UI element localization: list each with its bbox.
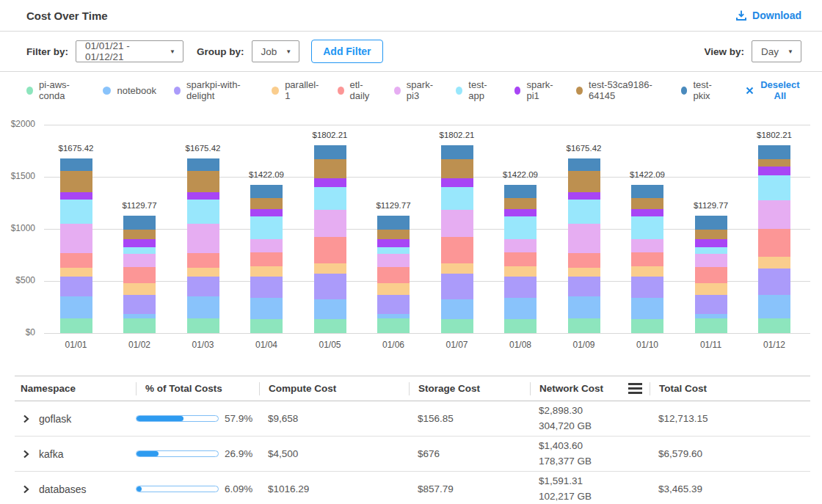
bar-segment-pi-aws-conda[interactable] — [250, 319, 283, 333]
bar-segment-sparkpi-with-delight[interactable] — [123, 295, 156, 314]
bar-segment-spark-pi1[interactable] — [123, 239, 156, 247]
bar-segment-etl-daily[interactable] — [631, 252, 663, 266]
bar-segment-spark-pi1[interactable] — [314, 178, 346, 187]
bar-segment-sparkpi-with-delight[interactable] — [758, 269, 790, 295]
bar-segment-sparkpi-with-delight[interactable] — [441, 274, 473, 299]
bar-segment-spark-pi1[interactable] — [758, 167, 790, 175]
download-button[interactable]: Download — [735, 10, 801, 21]
bar-segment-test-53ca9186-64145[interactable] — [568, 171, 600, 192]
legend-item[interactable]: etl-daily — [338, 79, 377, 101]
bar-segment-test-53ca9186-64145[interactable] — [60, 171, 92, 192]
bar-segment-parallel-1[interactable] — [187, 268, 219, 277]
expand-chevron-icon[interactable] — [22, 414, 30, 423]
view-by-dropdown[interactable]: Day ▼ — [752, 40, 801, 62]
bar-segment-sparkpi-with-delight[interactable] — [695, 295, 727, 314]
bar-segment-pi-aws-conda[interactable] — [441, 319, 473, 333]
bar-segment-notebook[interactable] — [758, 295, 790, 318]
bar-segment-sparkpi-with-delight[interactable] — [568, 277, 600, 296]
bar-segment-spark-pi1[interactable] — [60, 192, 92, 200]
bar-segment-notebook[interactable] — [250, 298, 283, 319]
bar-segment-spark-pi1[interactable] — [631, 209, 663, 216]
bar-segment-sparkpi-with-delight[interactable] — [504, 277, 537, 298]
bar-segment-notebook[interactable] — [377, 314, 410, 318]
bar-segment-sparkpi-with-delight[interactable] — [250, 277, 283, 298]
bar-segment-test-pkix[interactable] — [695, 216, 727, 230]
column-menu-icon[interactable] — [628, 383, 642, 394]
bar-segment-pi-aws-conda[interactable] — [758, 318, 790, 333]
bar-segment-test-app[interactable] — [377, 247, 410, 254]
deselect-all-button[interactable]: Deselect All — [746, 79, 801, 101]
bar-segment-test-pkix[interactable] — [314, 145, 346, 159]
bar-segment-spark-pi3[interactable] — [441, 210, 473, 237]
bar-segment-notebook[interactable] — [441, 299, 473, 320]
bar-segment-sparkpi-with-delight[interactable] — [314, 274, 346, 299]
bar-segment-test-pkix[interactable] — [250, 185, 283, 198]
group-by-dropdown[interactable]: Job ▼ — [252, 40, 300, 62]
bar-segment-spark-pi1[interactable] — [377, 239, 410, 247]
bar-segment-parallel-1[interactable] — [504, 266, 537, 277]
add-filter-button[interactable]: Add Filter — [311, 40, 382, 63]
bar-segment-parallel-1[interactable] — [250, 266, 283, 277]
bar-segment-test-app[interactable] — [123, 247, 156, 254]
bar-segment-sparkpi-with-delight[interactable] — [60, 277, 92, 296]
column-header-namespace[interactable]: Namespace — [15, 382, 136, 395]
bar-segment-test-pkix[interactable] — [758, 145, 790, 159]
bar-segment-spark-pi1[interactable] — [504, 209, 537, 216]
bar-segment-etl-daily[interactable] — [568, 253, 600, 268]
bar-segment-spark-pi3[interactable] — [123, 254, 156, 267]
bar-segment-etl-daily[interactable] — [123, 267, 156, 283]
date-range-dropdown[interactable]: 01/01/21 - 01/12/21 ▼ — [76, 40, 183, 62]
bar-segment-test-pkix[interactable] — [568, 158, 600, 171]
column-header-network-cost[interactable]: Network Cost — [530, 382, 650, 395]
bar-segment-spark-pi3[interactable] — [314, 210, 346, 237]
bar-segment-parallel-1[interactable] — [631, 266, 663, 277]
bar-segment-etl-daily[interactable] — [377, 267, 410, 283]
legend-item[interactable]: test-53ca9186-64145 — [576, 79, 663, 101]
bar-segment-parallel-1[interactable] — [314, 263, 346, 273]
bar-segment-test-app[interactable] — [250, 216, 283, 239]
bar-segment-spark-pi3[interactable] — [187, 224, 219, 253]
bar-segment-spark-pi3[interactable] — [568, 224, 600, 253]
legend-item[interactable]: notebook — [103, 85, 156, 96]
bar-segment-test-53ca9186-64145[interactable] — [314, 159, 346, 178]
bar-segment-test-app[interactable] — [504, 216, 537, 239]
bar-segment-etl-daily[interactable] — [314, 237, 346, 264]
bar-segment-spark-pi3[interactable] — [695, 254, 727, 267]
bar-segment-test-pkix[interactable] — [504, 185, 537, 198]
bar-segment-spark-pi1[interactable] — [568, 192, 600, 200]
bar-segment-parallel-1[interactable] — [60, 268, 92, 277]
bar-segment-test-53ca9186-64145[interactable] — [250, 198, 283, 209]
bar-segment-notebook[interactable] — [631, 298, 663, 319]
bar-segment-test-pkix[interactable] — [631, 185, 663, 198]
bar-segment-etl-daily[interactable] — [695, 267, 727, 283]
bar-segment-etl-daily[interactable] — [250, 252, 283, 266]
bar-segment-test-53ca9186-64145[interactable] — [695, 230, 727, 239]
bar-segment-etl-daily[interactable] — [60, 253, 92, 268]
bar-segment-pi-aws-conda[interactable] — [631, 319, 663, 333]
legend-item[interactable]: spark-pi1 — [514, 79, 559, 101]
bar-segment-notebook[interactable] — [60, 296, 92, 319]
bar-segment-pi-aws-conda[interactable] — [568, 318, 600, 333]
bar-segment-parallel-1[interactable] — [568, 268, 600, 277]
bar-segment-test-app[interactable] — [758, 175, 790, 200]
bar-segment-spark-pi1[interactable] — [187, 192, 219, 200]
bar-segment-notebook[interactable] — [695, 314, 727, 318]
bar-segment-notebook[interactable] — [123, 314, 156, 318]
bar-segment-spark-pi3[interactable] — [758, 200, 790, 229]
bar-segment-test-pkix[interactable] — [60, 158, 92, 171]
bar-segment-pi-aws-conda[interactable] — [314, 319, 346, 333]
legend-item[interactable]: sparkpi-with-delight — [174, 79, 254, 101]
expand-chevron-icon[interactable] — [22, 485, 30, 494]
bar-segment-etl-daily[interactable] — [441, 237, 473, 264]
bar-segment-notebook[interactable] — [504, 298, 537, 319]
bar-segment-etl-daily[interactable] — [758, 229, 790, 257]
legend-item[interactable]: parallel-1 — [272, 79, 319, 101]
bar-segment-sparkpi-with-delight[interactable] — [187, 277, 219, 296]
bar-segment-spark-pi1[interactable] — [441, 178, 473, 187]
bar-segment-notebook[interactable] — [187, 296, 219, 319]
bar-segment-test-pkix[interactable] — [377, 216, 410, 230]
bar-segment-etl-daily[interactable] — [187, 253, 219, 268]
bar-segment-test-pkix[interactable] — [123, 216, 156, 230]
bar-segment-test-pkix[interactable] — [187, 158, 219, 171]
legend-item[interactable]: test-app — [456, 79, 496, 101]
